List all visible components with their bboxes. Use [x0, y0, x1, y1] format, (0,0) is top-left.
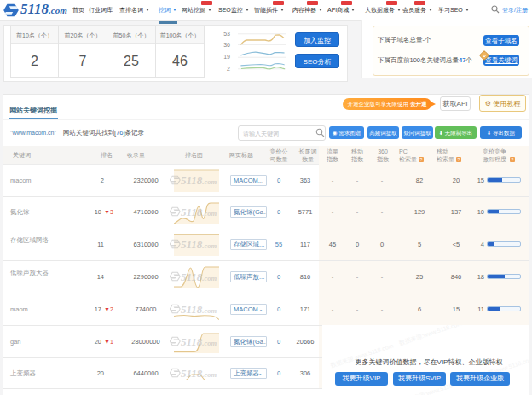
svg-text:5118.com: 5118.com [181, 270, 217, 283]
svg-text:5118.com: 5118.com [181, 206, 217, 218]
svg-text:5118.com: 5118.com [181, 174, 217, 187]
svg-text:5118.com: 5118.com [181, 335, 217, 348]
svg-text:5118.com: 5118.com [181, 367, 217, 380]
svg-text:5118.com: 5118.com [181, 303, 217, 316]
svg-text:5118.com: 5118.com [181, 238, 217, 251]
